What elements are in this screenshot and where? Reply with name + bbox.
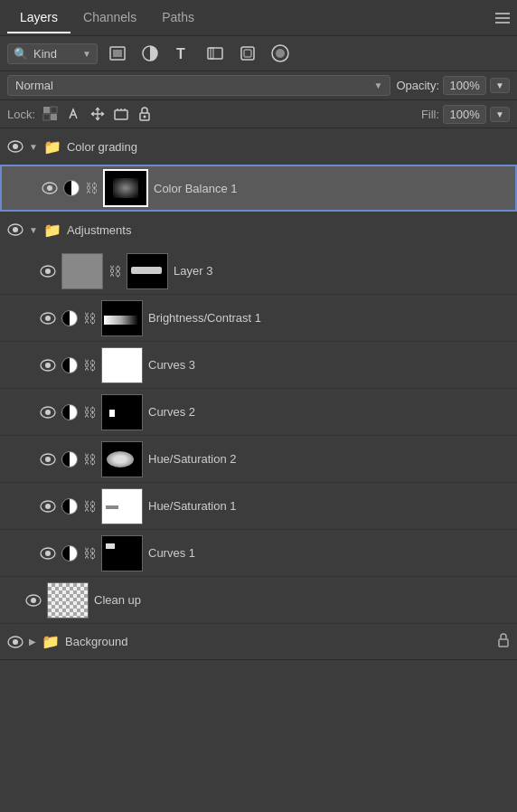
adj-icon-hue-saturation-1 [61, 498, 78, 515]
thumb-mask-layer-3 [127, 253, 168, 289]
lock-paint-icon[interactable] [64, 104, 84, 124]
thumb-color-balance-1 [103, 169, 148, 207]
layers-list: ▼ 📁 Color grading ⛓ Color Balance 1 ▼ 📁 … [0, 128, 517, 794]
thumb-brightness-contrast-1 [101, 300, 143, 336]
lock-label: Lock: [7, 108, 35, 121]
svg-point-27 [45, 316, 51, 321]
svg-point-41 [13, 639, 18, 645]
layer-row-layer-3[interactable]: ⛓ Layer 3 [0, 248, 517, 295]
smartobject-filter-icon[interactable] [235, 41, 260, 66]
svg-rect-15 [115, 110, 127, 119]
svg-rect-4 [208, 48, 222, 59]
group-name-color-grading: Color grading [67, 140, 510, 154]
layer-row-curves-3[interactable]: ⛓ Curves 3 [0, 342, 517, 389]
svg-point-31 [45, 410, 51, 415]
tab-channels[interactable]: Channels [70, 3, 149, 33]
svg-point-9 [276, 49, 285, 58]
layer-row-color-balance-1[interactable]: ⛓ Color Balance 1 [0, 165, 517, 212]
svg-point-25 [45, 269, 51, 274]
link-icon-hue-saturation-2: ⛓ [83, 452, 96, 467]
opacity-dropdown-btn[interactable]: ▼ [490, 78, 510, 93]
svg-point-39 [31, 598, 36, 603]
group-row-adjustments[interactable]: ▼ 📁 Adjustments [0, 212, 517, 248]
thumb-curves-2 [101, 394, 143, 430]
thumb-pixel-layer-3 [61, 253, 103, 289]
link-icon-hue-saturation-1: ⛓ [83, 499, 96, 514]
adjustment-filter-icon[interactable] [137, 41, 163, 66]
tab-paths[interactable]: Paths [149, 3, 207, 33]
blend-mode-value: Normal [15, 79, 53, 92]
opacity-section: Opacity: ▼ [396, 76, 510, 95]
group-row-background[interactable]: ▶ 📁 Background [0, 624, 517, 660]
group-name-adjustments: Adjustments [67, 223, 510, 237]
visibility-icon-layer-3[interactable] [40, 265, 56, 278]
thumb-hue-saturation-1 [101, 488, 143, 524]
fill-dropdown-btn[interactable]: ▼ [490, 107, 510, 122]
kind-dropdown[interactable]: 🔍 Kind ▼ [7, 43, 98, 64]
visibility-icon-background[interactable] [7, 636, 24, 648]
pixel-filter-icon[interactable] [105, 41, 130, 66]
visibility-icon-curves-3[interactable] [40, 359, 56, 372]
fill-label: Fill: [421, 108, 439, 121]
layer-row-clean-up[interactable]: Clean up [0, 577, 517, 624]
folder-icon-background: 📁 [42, 633, 60, 650]
lock-fill-toolbar: Lock: [0, 100, 517, 128]
opacity-label: Opacity: [396, 79, 439, 92]
layer-name-color-balance-1: Color Balance 1 [154, 182, 508, 195]
thumb-curves-3 [101, 347, 143, 383]
visibility-icon-color-grading[interactable] [7, 140, 24, 153]
lock-all-icon[interactable] [135, 104, 155, 124]
link-icon-curves-2: ⛓ [83, 405, 96, 420]
svg-rect-5 [211, 48, 213, 59]
svg-point-19 [13, 144, 18, 149]
visibility-icon-curves-2[interactable] [40, 406, 56, 419]
layer-row-brightness-contrast-1[interactable]: ⛓ Brightness/Contrast 1 [0, 295, 517, 342]
lock-artboard-icon[interactable] [111, 104, 131, 124]
blend-mode-dropdown[interactable]: Normal ▼ [7, 75, 390, 96]
adj-icon-brightness-contrast-1 [61, 310, 78, 326]
thumb-hue-saturation-2 [101, 441, 143, 477]
layer-name-hue-saturation-1: Hue/Saturation 1 [148, 499, 510, 513]
visibility-icon-curves-1[interactable] [40, 547, 56, 560]
layer-name-hue-saturation-2: Hue/Saturation 2 [148, 452, 510, 466]
search-icon: 🔍 [14, 47, 28, 61]
svg-rect-12 [43, 114, 50, 120]
type-filter-icon[interactable]: T [170, 41, 195, 66]
svg-rect-10 [43, 107, 50, 113]
link-icon-curves-1: ⛓ [83, 546, 96, 561]
layer-name-curves-1: Curves 1 [148, 546, 510, 560]
adj-icon-curves-1 [61, 545, 78, 562]
adj-icon-curves-2 [61, 404, 78, 420]
visibility-icon-color-balance-1[interactable] [42, 182, 58, 194]
filter-toolbar: 🔍 Kind ▼ T [0, 36, 517, 71]
layer-row-hue-saturation-2[interactable]: ⛓ Hue/Saturation 2 [0, 436, 517, 483]
layer-name-curves-3: Curves 3 [148, 358, 510, 372]
fill-input[interactable] [443, 105, 486, 124]
expand-icon-background[interactable]: ▶ [29, 637, 36, 647]
panel-menu-icon[interactable] [495, 13, 510, 24]
layer-row-curves-1[interactable]: ⛓ Curves 1 [0, 530, 517, 577]
adj-icon-hue-saturation-2 [61, 451, 78, 467]
expand-icon-color-grading[interactable]: ▼ [29, 142, 38, 152]
adj-icon-curves-3 [61, 357, 78, 373]
lock-transparent-icon[interactable] [41, 104, 61, 124]
svg-text:T: T [176, 46, 185, 61]
visibility-icon-adjustments[interactable] [7, 223, 24, 236]
lock-move-icon[interactable] [88, 104, 108, 124]
svg-point-23 [13, 227, 18, 232]
visibility-icon-hue-saturation-2[interactable] [40, 453, 56, 466]
tab-layers[interactable]: Layers [7, 3, 70, 33]
adj-icon-color-balance-1 [63, 180, 80, 196]
visibility-icon-brightness-contrast-1[interactable] [40, 312, 56, 325]
shape-filter-icon[interactable] [202, 41, 228, 66]
expand-icon-adjustments[interactable]: ▼ [29, 225, 38, 235]
layer-row-hue-saturation-1[interactable]: ⛓ Hue/Saturation 1 [0, 483, 517, 530]
group-row-color-grading[interactable]: ▼ 📁 Color grading [0, 128, 517, 165]
blend-opacity-toolbar: Normal ▼ Opacity: ▼ [0, 71, 517, 100]
opacity-input[interactable] [443, 76, 486, 95]
effect-filter-icon[interactable] [268, 41, 293, 66]
layer-row-curves-2[interactable]: ⛓ Curves 2 [0, 389, 517, 436]
visibility-icon-hue-saturation-1[interactable] [40, 500, 56, 513]
kind-chevron-icon: ▼ [82, 49, 91, 59]
visibility-icon-clean-up[interactable] [25, 594, 42, 607]
